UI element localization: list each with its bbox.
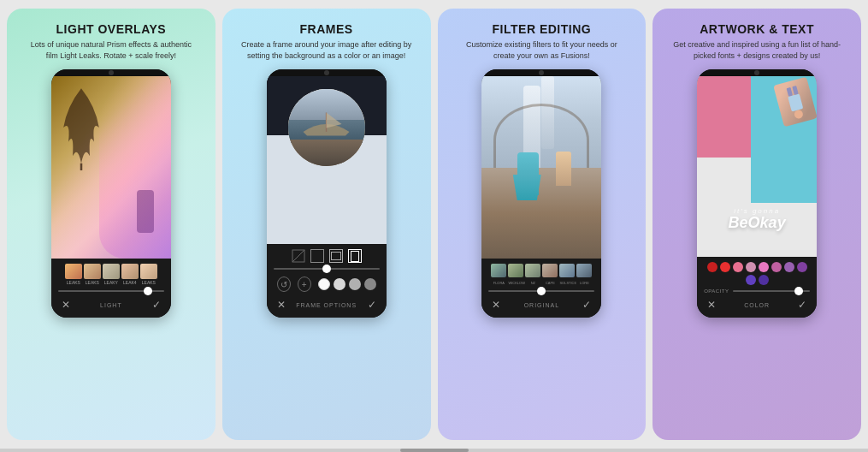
confirm-button-1[interactable]: ✓ (152, 299, 161, 311)
frames-screen (267, 76, 387, 244)
bottom-label-3: ORIGINAL (524, 302, 559, 308)
phone-bottom-bar-1: LEAKS LEAKS LEAKY LEAK4 (51, 259, 171, 318)
thumb-label-4: LEAK4 (123, 280, 137, 285)
color-swatch-violet[interactable] (746, 275, 756, 285)
phone-notch-3 (481, 69, 601, 76)
phone-mockup-1: LEAKS LEAKS LEAKY LEAK4 (51, 69, 171, 318)
phone-bottom-bar-3: FLORA WICKLOW NZ CAPE SOLSTICE LORE ✕ OR… (481, 259, 601, 318)
phone-bottom-bar-4: OPACITY ✕ COLOR ✓ (697, 257, 817, 318)
filter-thumb-6[interactable] (576, 264, 592, 277)
color-swatch-3[interactable] (349, 278, 361, 290)
confirm-button-2[interactable]: ✓ (368, 299, 376, 311)
plus-action-icon[interactable]: + (298, 277, 311, 292)
thumb-4[interactable] (121, 264, 139, 279)
phone-mockup-4: it's gonna BeOkay (697, 69, 817, 318)
color-swatch-rose[interactable] (733, 262, 743, 272)
bottom-label-2: FRAME OPTIONS (296, 302, 357, 308)
refresh-action-icon[interactable]: ↺ (277, 277, 291, 292)
close-button-1[interactable]: ✕ (62, 299, 70, 311)
phone-notch-4 (697, 69, 817, 76)
thumb-5[interactable] (140, 264, 157, 279)
phone-notch-1 (51, 69, 171, 76)
phone-screen-1 (51, 76, 171, 259)
close-button-2[interactable]: ✕ (277, 299, 286, 311)
thumb-label-5: LEAKS (142, 280, 156, 285)
filter-label-3: NZ (525, 281, 540, 285)
light-overlay-screen (51, 76, 171, 259)
color-swatch-2[interactable] (334, 278, 345, 290)
confirm-button-3[interactable]: ✓ (582, 299, 591, 311)
size-slider-2[interactable] (274, 266, 380, 271)
portrait-frame-icon[interactable] (348, 249, 362, 263)
filter-label-2: WICKLOW (508, 281, 523, 285)
color-swatch-indigo[interactable] (759, 275, 769, 285)
phone-mockup-2: ↺ + ✕ FRAME OPTIONS ✓ (267, 69, 387, 318)
phone-bottom-bar-2: ↺ + ✕ FRAME OPTIONS ✓ (267, 244, 387, 318)
color-swatch-1[interactable] (318, 278, 330, 290)
thumb-3[interactable] (103, 264, 120, 279)
color-swatch-purple-light[interactable] (784, 262, 794, 272)
rect-frame-icon[interactable] (329, 249, 343, 263)
color-circles-row (318, 278, 376, 290)
feature-title-1: LIGHT OVERLAYS (56, 22, 167, 36)
slider-knob-2[interactable] (322, 265, 331, 273)
bottom-controls-2: ✕ FRAME OPTIONS ✓ (274, 297, 380, 312)
filter-thumb-4[interactable] (542, 264, 558, 277)
feature-title-3: FILTER EDITING (493, 22, 592, 36)
notch-dot-4 (754, 70, 759, 75)
opacity-slider-track[interactable] (733, 290, 811, 292)
phone-screen-3 (481, 76, 601, 259)
svg-line-3 (292, 250, 304, 262)
color-swatch-pink-light[interactable] (746, 262, 756, 272)
bottom-controls-3: ✕ ORIGINAL ✓ (488, 297, 594, 312)
feature-title-2: FRAMES (300, 22, 353, 36)
bottom-scrollbar[interactable] (0, 449, 868, 452)
confirm-button-4[interactable]: ✓ (798, 299, 806, 311)
opacity-slider-1[interactable] (58, 288, 164, 294)
thumb-label-3: LEAKY (104, 280, 118, 285)
feature-desc-4: Get creative and inspired using a fun li… (671, 39, 842, 61)
square-frame-icon[interactable] (310, 249, 324, 263)
color-swatch-magenta[interactable] (771, 262, 782, 272)
scroll-thumb[interactable] (400, 449, 469, 452)
frame-shape-options (274, 249, 380, 263)
thumb-label-1: LEAKS (67, 280, 80, 285)
filter-thumb-row (488, 264, 594, 277)
artwork-text-overlay: it's gonna BeOkay (697, 207, 817, 230)
feature-light-overlays: LIGHT OVERLAYS Lots of unique natural Pr… (7, 9, 216, 440)
slider-knob-1[interactable] (144, 287, 152, 295)
filter-thumb-2[interactable] (508, 264, 523, 277)
color-swatch-pink[interactable] (759, 262, 769, 272)
color-swatch-red-dark[interactable] (707, 262, 717, 272)
thumb-1[interactable] (65, 264, 82, 279)
feature-artwork-text: ARTWORK & TEXT Get creative and inspired… (652, 9, 861, 440)
thumb-label-2: LEAKS (86, 280, 99, 285)
circle-frame (288, 89, 365, 166)
slider-knob-3[interactable] (537, 287, 546, 295)
thumb-2[interactable] (84, 264, 101, 279)
action-row-2: ↺ + (274, 275, 380, 294)
slider-track-1 (58, 290, 164, 292)
close-button-3[interactable]: ✕ (492, 299, 500, 311)
filter-slider-3[interactable] (488, 288, 594, 294)
filter-thumb-5[interactable] (559, 264, 575, 277)
close-button-4[interactable]: ✕ (707, 299, 716, 311)
filter-label-4: CAPE (542, 281, 558, 285)
filter-label-1: FLORA (491, 281, 506, 285)
no-frame-icon[interactable] (292, 249, 305, 263)
bottom-label-4: COLOR (744, 302, 770, 308)
figure-teal-dress (513, 175, 541, 200)
filter-thumb-3[interactable] (525, 264, 540, 277)
opacity-slider-knob[interactable] (794, 287, 803, 295)
bottom-controls-1: ✕ LIGHT ✓ (58, 297, 164, 312)
feature-filter-editing: FILTER EDITING Customize existing filter… (438, 9, 647, 440)
color-swatch-red[interactable] (720, 262, 730, 272)
thumbnails-row-1: LEAKS LEAKS LEAKY LEAK4 (58, 264, 164, 285)
filter-thumb-1[interactable] (491, 264, 506, 277)
boat-svg (299, 109, 353, 140)
slider-track-2 (274, 268, 380, 270)
filter-label-5: SOLSTICE (559, 281, 575, 285)
feature-desc-2: Create a frame around your image after e… (241, 39, 412, 61)
color-swatch-purple[interactable] (797, 262, 807, 272)
color-swatch-4[interactable] (364, 278, 376, 290)
